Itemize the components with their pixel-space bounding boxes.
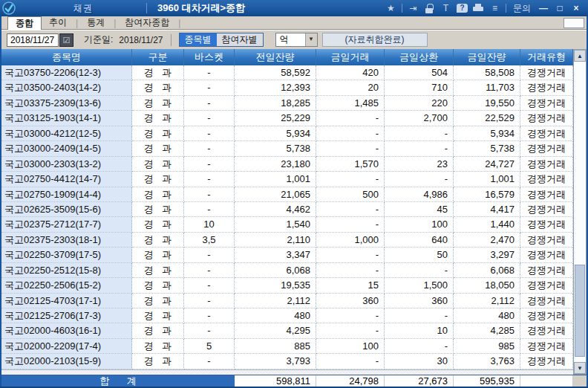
cell-prev-balance: 2,112 — [235, 294, 316, 308]
scroll-up-button[interactable]: ▲ — [574, 50, 586, 62]
table-row[interactable]: 국고02250-2506(15-2)경 과-19,535151,50018,05… — [1, 278, 573, 293]
cell-gubun: 경 과 — [132, 278, 184, 293]
cell-today-balance: 480 — [454, 308, 520, 323]
maximize-button[interactable]: □ — [554, 3, 566, 13]
table-row[interactable]: 국고02375-2303(18-1)경 과3,52,1101,0006402,4… — [1, 233, 573, 248]
cell-gubun: 경 과 — [132, 172, 184, 187]
cell-today-balance: 1,001 — [454, 172, 520, 187]
inquiry-button[interactable]: 문의 — [513, 2, 531, 15]
scrollbar-thumb[interactable] — [575, 265, 585, 357]
table-row[interactable]: 국고02250-3709(17-5)경 과-3,347-503,297경쟁거래 — [1, 248, 573, 262]
cell-name: 국고03125-1903(14-1) — [1, 111, 132, 126]
table-row[interactable]: 국고02125-2706(17-3)경 과-480--480경쟁거래 — [1, 308, 573, 323]
cell-trade-type: 경쟁거래 — [520, 172, 573, 187]
unit-select[interactable]: 억 ▼ — [275, 33, 318, 47]
cell-trade-type: 경쟁거래 — [520, 65, 573, 80]
cell-gubun: 경 과 — [132, 339, 184, 354]
view-by-item-button[interactable]: 종목별 — [180, 33, 217, 46]
cell-today-balance: 22,529 — [454, 111, 520, 126]
cell-today-repay: 640 — [385, 233, 454, 248]
lock-icon[interactable] — [424, 4, 435, 13]
font-size-icon[interactable]: T — [440, 1, 451, 15]
app-logo-icon[interactable] — [2, 1, 16, 15]
table-row[interactable]: 국고03000-2409(14-5)경 과-5,738--5,738경쟁거래 — [1, 141, 573, 156]
cell-prev-balance: 19,535 — [235, 278, 316, 293]
cell-gubun: 경 과 — [132, 187, 184, 202]
calendar-button[interactable]: ☑ — [59, 33, 74, 47]
minimize-button[interactable]: — — [538, 3, 549, 13]
cell-today-repay: 504 — [385, 65, 454, 80]
cell-today-trade: - — [316, 248, 385, 262]
column-header-name: 종목명 — [1, 49, 132, 65]
table-row[interactable]: 국고02000-2209(17-4)경 과5885100-985경쟁거래 — [1, 339, 573, 354]
tab-trend[interactable]: 추이 — [42, 16, 74, 30]
menu-list-icon[interactable]: ≡ — [489, 1, 500, 15]
help-balloon-icon[interactable]: ? — [457, 4, 468, 13]
tab-statistics[interactable]: 통계 — [79, 16, 112, 30]
cell-today-trade: - — [316, 217, 385, 232]
dropdown-arrow-icon[interactable]: ▼ — [305, 33, 317, 46]
cell-today-repay: 2,700 — [385, 111, 454, 126]
cell-prev-balance: 1,001 — [235, 172, 316, 187]
cell-basket: - — [184, 111, 235, 126]
total-today-repay: 27,673 — [385, 375, 454, 387]
view-by-participant-button[interactable]: 참여자별 — [217, 33, 263, 46]
table-row[interactable]: 국고03125-1903(14-1)경 과-25,229-2,70022,529… — [1, 111, 573, 126]
cell-trade-type: 경쟁거래 — [520, 354, 573, 369]
tab-summary[interactable]: 종합 — [7, 16, 42, 30]
table-row[interactable]: 국고02625-3509(15-6)경 과-4,462-454,417경쟁거래 — [1, 202, 573, 217]
column-header-today-balance: 금일잔량 — [454, 49, 520, 65]
table-row[interactable]: 국고03750-2206(12-3)경 과-58,59242050458,508… — [1, 65, 573, 80]
cell-gubun: 경 과 — [132, 248, 184, 262]
cell-gubun: 경 과 — [132, 141, 184, 156]
cell-today-repay: 4,986 — [385, 187, 454, 202]
tab-participant-summary[interactable]: 참여자종합 — [117, 16, 177, 30]
vertical-scrollbar[interactable]: ▲ ▼ — [573, 49, 587, 375]
total-label: 합 계 — [1, 375, 235, 387]
cell-name: 국고02000-4603(16-1) — [1, 323, 132, 338]
cell-basket: - — [184, 65, 235, 80]
horizontal-scrollbar[interactable] — [1, 369, 573, 375]
cell-name: 국고02125-2706(17-3) — [1, 308, 132, 323]
table-row[interactable]: 국고03500-2403(14-2)경 과-12,3932071011,703경… — [1, 80, 573, 95]
cell-basket: - — [184, 308, 235, 323]
table-row[interactable]: 국고02125-4703(17-1)경 과-2,1123603602,112경쟁… — [1, 294, 573, 308]
table-row[interactable]: 국고02250-2512(15-8)경 과-6,068--6,068경쟁거래 — [1, 263, 573, 278]
table-row[interactable]: 국고02750-1909(14-4)경 과-21,0655004,98616,5… — [1, 187, 573, 202]
table-row[interactable]: 국고02000-2103(15-9)경 과-3,793-303,763경쟁거래 — [1, 354, 573, 369]
cell-name: 국고02250-3709(17-5) — [1, 248, 132, 262]
cell-trade-type: 경쟁거래 — [520, 202, 573, 217]
app-window: 채권 3960 대차거래>종합 ★⇥T?≡ 문의 —□× 종합추이|통계|참여자… — [0, 0, 588, 388]
printer-icon[interactable] — [473, 4, 484, 13]
total-today-trade: 24,798 — [316, 375, 385, 387]
table-row[interactable]: 국고02375-2712(17-7)경 과101,540-1001,440경쟁거… — [1, 217, 573, 232]
scroll-down-button[interactable]: ▼ — [574, 362, 586, 374]
table-row[interactable]: 국고03000-2303(13-2)경 과-23,1801,5702324,72… — [1, 157, 573, 172]
table-row[interactable]: 국고02750-4412(14-7)경 과-1,001--1,001경쟁거래 — [1, 172, 573, 187]
cell-today-repay: - — [385, 126, 454, 141]
cell-today-repay: - — [385, 263, 454, 278]
cell-name: 국고03000-2409(14-5) — [1, 141, 132, 156]
table-row[interactable]: 국고03375-2309(13-6)경 과-18,2851,48522019,5… — [1, 96, 573, 111]
cell-basket: - — [184, 202, 235, 217]
cell-name: 국고02125-4703(17-1) — [1, 294, 132, 308]
table-row[interactable]: 국고02000-4603(16-1)경 과-4,295-104,285경쟁거래 — [1, 323, 573, 338]
cell-trade-type: 경쟁거래 — [520, 323, 573, 338]
cell-trade-type: 경쟁거래 — [520, 157, 573, 172]
cell-today-trade: 1,000 — [316, 233, 385, 248]
date-input[interactable] — [7, 33, 59, 47]
cell-today-balance: 4,285 — [454, 323, 520, 338]
export-icon[interactable]: ⇥ — [408, 1, 419, 15]
cell-trade-type: 경쟁거래 — [520, 308, 573, 323]
close-button[interactable]: × — [570, 3, 582, 13]
cell-today-balance: 3,763 — [454, 354, 520, 369]
favorite-star-icon[interactable]: ★ — [385, 1, 396, 15]
cell-today-repay: 30 — [385, 354, 454, 369]
cell-trade-type: 경쟁거래 — [520, 217, 573, 232]
cell-today-trade: - — [316, 141, 385, 156]
cell-name: 국고03000-4212(12-5) — [1, 126, 132, 141]
cell-today-repay: 23 — [385, 157, 454, 172]
table-row[interactable]: 국고03000-4212(12-5)경 과-5,934--5,934경쟁거래 — [1, 126, 573, 141]
cell-name: 국고02375-2712(17-7) — [1, 217, 132, 232]
unit-select-value: 억 — [276, 33, 305, 46]
